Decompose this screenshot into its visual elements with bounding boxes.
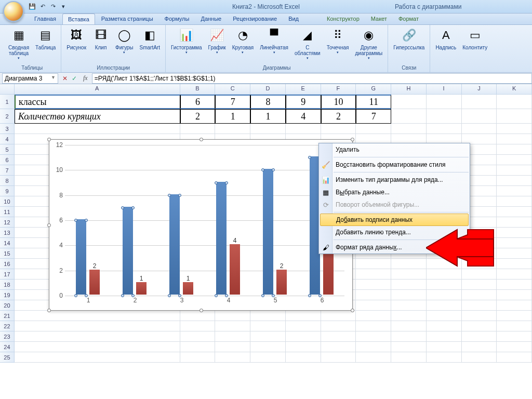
cell[interactable] [215, 331, 250, 342]
name-box[interactable]: Диаграмма 3 ▼ [2, 73, 58, 84]
row-header[interactable]: 7 [0, 165, 15, 176]
cell[interactable] [250, 331, 286, 342]
cell[interactable] [497, 207, 532, 217]
cell[interactable] [286, 342, 321, 352]
col-header[interactable]: I [427, 84, 462, 94]
cell[interactable] [321, 311, 356, 321]
chart-plot-area[interactable]: 024681012122131445267 [65, 145, 344, 295]
chart-bar-series1[interactable] [216, 182, 227, 295]
cell[interactable] [427, 280, 462, 290]
cell[interactable] [250, 352, 286, 363]
tab-review[interactable]: Рецензирование [228, 14, 282, 24]
cell[interactable] [497, 259, 532, 269]
header-footer-button[interactable]: ▭Колонтиту [460, 26, 489, 51]
cell[interactable] [391, 300, 427, 311]
tab-formulas[interactable]: Формулы [159, 14, 195, 24]
col-header[interactable]: E [286, 84, 321, 94]
cell[interactable] [391, 352, 427, 363]
row-header[interactable]: 12 [0, 217, 15, 228]
cell-C1[interactable]: 7 [215, 95, 250, 109]
row-header[interactable]: 22 [0, 321, 15, 331]
row-header[interactable]: 19 [0, 290, 15, 300]
cell[interactable] [250, 342, 286, 352]
tab-view[interactable]: Вид [283, 14, 304, 24]
cell[interactable] [215, 124, 250, 134]
chart-object[interactable]: 024681012122131445267 Удалить 🧹Восстанов… [49, 139, 353, 311]
cell[interactable] [497, 290, 532, 300]
office-button[interactable] [3, 1, 24, 22]
other-charts-button[interactable]: ◉Другие диаграммы▾ [353, 26, 385, 61]
row-header[interactable]: 17 [0, 269, 15, 280]
cell[interactable] [462, 331, 497, 342]
cell[interactable] [462, 280, 497, 290]
col-header[interactable]: D [250, 84, 286, 94]
chart-bar-series1[interactable] [76, 219, 86, 295]
scatter-chart-button[interactable]: ⠿Точечная▾ [325, 26, 351, 56]
cell[interactable] [286, 352, 321, 363]
col-header[interactable]: H [391, 84, 427, 94]
cell[interactable] [462, 321, 497, 331]
cell[interactable] [356, 269, 391, 280]
cell-D2[interactable]: 1 [250, 109, 286, 124]
row-header[interactable]: 5 [0, 144, 15, 155]
cell[interactable] [497, 134, 532, 144]
cell-F2[interactable]: 2 [321, 109, 356, 124]
row-header[interactable]: 14 [0, 238, 15, 248]
cell[interactable] [462, 300, 497, 311]
cell[interactable] [462, 342, 497, 352]
pie-chart-button[interactable]: ◔Круговая▾ [230, 26, 256, 56]
cell[interactable] [356, 280, 391, 290]
row-header[interactable]: 9 [0, 186, 15, 196]
cell[interactable] [497, 217, 532, 228]
col-header[interactable]: C [215, 84, 250, 94]
cell[interactable] [321, 321, 356, 331]
cell-A1[interactable]: классы [15, 95, 180, 109]
cell-A2[interactable]: Количество курящих [15, 109, 180, 124]
cell[interactable] [497, 196, 532, 207]
cell[interactable] [462, 311, 497, 321]
cell[interactable] [462, 124, 497, 134]
redo-icon[interactable]: ↷ [49, 3, 57, 11]
cell[interactable] [286, 311, 321, 321]
cell[interactable] [321, 352, 356, 363]
row-header[interactable]: 2 [0, 109, 15, 124]
cell[interactable] [497, 331, 532, 342]
cell[interactable] [391, 95, 427, 109]
cell[interactable] [391, 331, 427, 342]
save-icon[interactable]: 💾 [28, 3, 36, 11]
row-header[interactable]: 3 [0, 124, 15, 134]
cell[interactable] [391, 269, 427, 280]
row-header[interactable]: 6 [0, 155, 15, 165]
cell[interactable] [497, 248, 532, 259]
row-header[interactable]: 20 [0, 300, 15, 311]
row-header[interactable]: 11 [0, 207, 15, 217]
row-header[interactable]: 10 [0, 196, 15, 207]
cell[interactable] [356, 259, 391, 269]
cell[interactable] [427, 124, 462, 134]
table-button[interactable]: ▤Таблица [33, 26, 58, 51]
cell[interactable] [215, 311, 250, 321]
cell[interactable] [215, 321, 250, 331]
cell-B1[interactable]: 6 [180, 95, 216, 109]
cell[interactable] [391, 311, 427, 321]
cell[interactable] [356, 311, 391, 321]
cell[interactable] [215, 342, 250, 352]
cell[interactable] [497, 321, 532, 331]
row-header[interactable]: 15 [0, 248, 15, 259]
chart-bar-series1[interactable] [123, 207, 133, 295]
cell[interactable] [250, 321, 286, 331]
worksheet-grid[interactable]: A B C D E F G H I J K 1 классы 6 7 8 9 1… [0, 84, 532, 363]
cell[interactable] [497, 280, 532, 290]
cell[interactable] [321, 124, 356, 134]
chart-bar-series2[interactable] [276, 270, 287, 295]
cell[interactable] [427, 342, 462, 352]
cancel-icon[interactable]: ✕ [60, 75, 70, 82]
cell[interactable] [391, 321, 427, 331]
cell[interactable] [427, 331, 462, 342]
tab-home[interactable]: Главная [29, 14, 61, 24]
col-header[interactable]: G [356, 84, 391, 94]
cell[interactable] [356, 290, 391, 300]
row-header[interactable]: 18 [0, 280, 15, 290]
cell[interactable] [497, 165, 532, 176]
ctx-reset-style[interactable]: 🧹Восстановить форматирование стиля [319, 158, 470, 171]
